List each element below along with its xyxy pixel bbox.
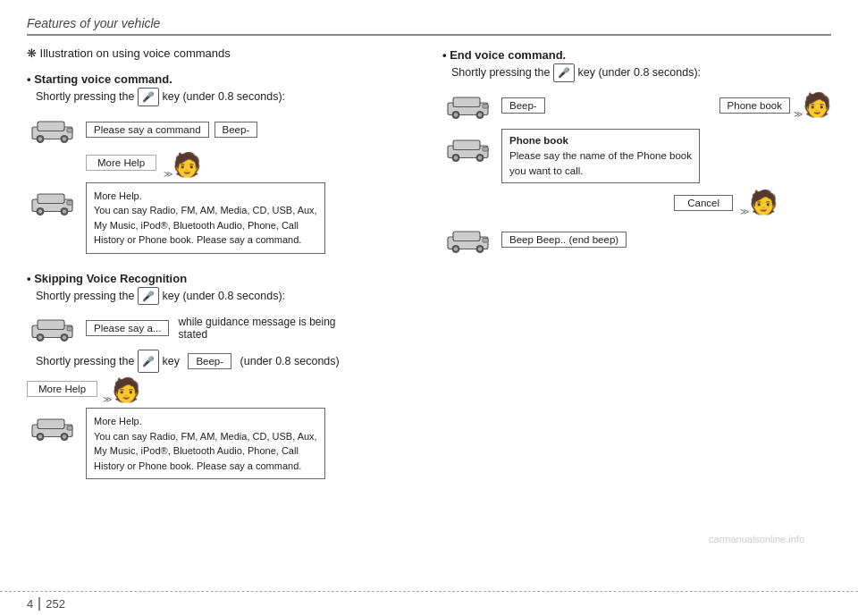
person-icon-1: ≫ 🧑 (164, 151, 201, 179)
svg-rect-34 (483, 104, 488, 108)
section-number: 4 (27, 597, 33, 611)
page: Features of your vehicle ❋ Illustration … (0, 0, 858, 616)
right-row2-callout: Phone book Please say the name of the Ph… (501, 129, 700, 184)
svg-rect-6 (67, 128, 72, 132)
car-icon-3 (27, 312, 80, 344)
svg-rect-8 (38, 194, 64, 204)
block1-sub: Shortly pressing the 🎤 key (under 0.8 se… (36, 88, 416, 106)
help-text-box-1: More Help. You can say Radio, FM, AM, Me… (86, 182, 325, 254)
mic-key-icon-3: 🎤 (138, 350, 159, 373)
mic-key-icon: 🎤 (138, 88, 159, 106)
right-sub: Shortly pressing the 🎤 key (under 0.8 se… (451, 63, 831, 82)
svg-point-47 (478, 248, 483, 252)
right-row1-beep: Beep- (501, 97, 545, 114)
svg-point-3 (38, 137, 43, 141)
block1: • Starting voice command. Shortly pressi… (27, 72, 416, 261)
svg-point-38 (454, 156, 458, 160)
page-header: Features of your vehicle (27, 16, 831, 36)
svg-point-19 (63, 335, 67, 340)
svg-rect-22 (38, 419, 64, 429)
page-title: Features of your vehicle (27, 16, 831, 36)
svg-point-24 (38, 435, 43, 439)
right-column: • End voice command. Shortly pressing th… (442, 48, 831, 492)
car-icon-4 (27, 411, 80, 443)
footer: 4 252 (0, 591, 858, 616)
svg-rect-20 (67, 327, 72, 332)
shortly-row: Shortly pressing the 🎤 key Beep- (under … (36, 350, 416, 373)
right-car-row-3: Beep Beep.. (end beep) (442, 224, 831, 256)
block2: • Skipping Voice Recognition Shortly pre… (27, 272, 416, 487)
row3-callout: Please say a... (86, 320, 169, 336)
more-help-row-1: More Help ≫ 🧑 (27, 151, 416, 179)
more-help-box-2: More Help (27, 381, 97, 397)
svg-rect-27 (67, 426, 72, 431)
left-column: ❋ Illustration on using voice commands •… (27, 46, 416, 492)
row3-beep: Beep- (188, 353, 231, 369)
cancel-row: Cancel ≫ 🧑 (442, 189, 778, 216)
svg-point-40 (478, 156, 483, 160)
footer-page: 4 252 (27, 597, 65, 611)
block2-sub: Shortly pressing the 🎤 key (under 0.8 se… (36, 287, 416, 306)
right-row3-beep: Beep Beep.. (end beep) (501, 232, 627, 248)
page-number: 252 (38, 597, 65, 611)
svg-rect-29 (453, 97, 480, 107)
svg-rect-36 (453, 140, 480, 150)
svg-point-10 (38, 209, 43, 214)
car-row-1: Please say a command Beep- (27, 114, 416, 146)
more-help-box-1: More Help (86, 155, 156, 171)
cancel-box[interactable]: Cancel (674, 195, 733, 211)
svg-point-31 (454, 113, 458, 117)
svg-rect-41 (483, 147, 488, 151)
svg-point-45 (454, 248, 458, 252)
car-icon-2 (27, 186, 80, 218)
svg-rect-1 (38, 122, 64, 131)
right-bullet: • End voice command. (442, 48, 831, 62)
help-text-box-2: More Help. You can say Radio, FM, AM, Me… (86, 408, 325, 479)
row3-text: while guidance message is beingstated (178, 316, 335, 341)
right-person-icon-1: ≫ 🧑 (794, 91, 831, 119)
person-icon-2: ≫ 🧑 (103, 376, 140, 404)
svg-point-33 (478, 113, 483, 117)
mic-key-icon-2: 🎤 (138, 287, 159, 306)
right-car-icon-2 (442, 132, 496, 165)
section-note: ❋ Illustration on using voice commands (27, 46, 416, 60)
right-car-row-2: Phone book Please say the name of the Ph… (442, 129, 831, 184)
right-car-icon-3 (442, 224, 496, 256)
more-help-row-2: More Help ≫ 🧑 (27, 376, 416, 404)
svg-rect-43 (453, 232, 480, 241)
svg-point-17 (38, 335, 43, 340)
right-person-icon-2: ≫ 🧑 (740, 189, 778, 216)
right-car-row-1: Beep- Phone book ≫ 🧑 (442, 89, 831, 122)
svg-rect-48 (483, 239, 488, 243)
car-row-4: More Help. You can say Radio, FM, AM, Me… (27, 408, 416, 486)
block1-bullet: • Starting voice command. (27, 72, 416, 86)
row1-callout: Please say a command (86, 122, 209, 138)
mic-key-icon-right: 🎤 (553, 63, 575, 82)
watermark: carmanualsonline.info (709, 534, 804, 544)
svg-rect-15 (38, 320, 64, 330)
svg-point-5 (63, 137, 67, 141)
car-icon-1 (27, 114, 80, 146)
right-row1-callout: Phone book (719, 97, 790, 114)
row1-beep: Beep- (214, 122, 258, 138)
svg-point-26 (63, 435, 67, 439)
car-row-3: Please say a... while guidance message i… (27, 312, 416, 344)
right-car-icon-1 (442, 89, 496, 122)
car-row-2: More Help. You can say Radio, FM, AM, Me… (27, 182, 416, 261)
svg-point-12 (63, 209, 67, 214)
block2-bullet: • Skipping Voice Recognition (27, 272, 416, 285)
svg-rect-13 (67, 200, 72, 205)
main-content: ❋ Illustration on using voice commands •… (27, 46, 831, 492)
